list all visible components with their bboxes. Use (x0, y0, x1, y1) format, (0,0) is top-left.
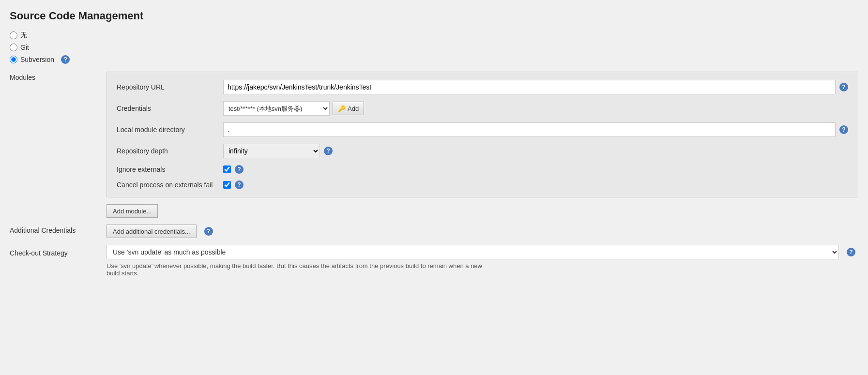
radio-label-none: 无 (20, 31, 27, 40)
ignore-externals-row: Ignore externals ? (117, 165, 848, 174)
cancel-process-label: Cancel process on externals fail (117, 181, 223, 189)
credentials-add-button[interactable]: 🔑 Add (333, 102, 364, 115)
radio-input-git[interactable] (10, 44, 17, 51)
cancel-process-row: Cancel process on externals fail ? (117, 180, 848, 189)
credentials-select[interactable]: test/****** (本地svn服务器) (223, 101, 330, 116)
add-additional-credentials-button[interactable]: Add additional credentials... (107, 225, 197, 238)
repo-depth-control: infinity immediates files empty ? (223, 144, 848, 158)
additional-credentials-section: Additional Credentials Add additional cr… (10, 225, 858, 238)
modules-box: Repository URL ? Credentials test/******… (107, 72, 858, 197)
ignore-externals-label: Ignore externals (117, 165, 223, 173)
radio-none[interactable]: 无 (10, 31, 858, 40)
subversion-help-icon[interactable]: ? (61, 55, 70, 64)
repo-depth-select[interactable]: infinity immediates files empty (223, 144, 320, 158)
ignore-externals-checkbox[interactable] (223, 165, 231, 173)
credentials-row: Credentials test/****** (本地svn服务器) 🔑 Add (117, 101, 848, 116)
page-title: Source Code Management (10, 10, 858, 22)
checkout-strategy-select[interactable]: Use 'svn update' as much as possible Alw… (107, 245, 839, 259)
local-module-dir-control: ? (223, 122, 848, 137)
modules-label: Modules (10, 72, 107, 81)
radio-input-none[interactable] (10, 31, 17, 39)
credentials-control: test/****** (本地svn服务器) 🔑 Add (223, 101, 848, 116)
local-module-dir-input[interactable] (223, 122, 836, 137)
repo-url-control: ? (223, 80, 848, 94)
cancel-process-checkbox[interactable] (223, 181, 231, 189)
repo-url-help-icon[interactable]: ? (839, 83, 848, 91)
radio-subversion[interactable]: Subversion ? (10, 55, 858, 64)
ignore-externals-help-icon[interactable]: ? (235, 165, 244, 174)
cancel-process-help-icon[interactable]: ? (235, 180, 244, 189)
credentials-label: Credentials (117, 105, 223, 112)
ignore-externals-control: ? (223, 165, 848, 174)
checkout-strategy-row: Check-out Strategy Use 'svn update' as m… (10, 245, 858, 259)
checkout-strategy-help-icon[interactable]: ? (847, 248, 855, 256)
local-module-dir-help-icon[interactable]: ? (839, 125, 848, 134)
repo-depth-help-icon[interactable]: ? (324, 147, 333, 155)
checkout-strategy-control: Use 'svn update' as much as possible Alw… (107, 245, 858, 259)
additional-credentials-content: Add additional credentials... ? (107, 225, 858, 238)
repo-url-input[interactable] (223, 80, 836, 94)
additional-credentials-label: Additional Credentials (10, 225, 107, 234)
repo-url-label: Repository URL (117, 83, 223, 91)
scm-radio-group: 无 Git Subversion ? (10, 31, 858, 64)
radio-label-subversion: Subversion (20, 56, 54, 63)
credentials-add-label: Add (348, 105, 359, 112)
radio-label-git: Git (20, 44, 29, 51)
repo-depth-row: Repository depth infinity immediates fil… (117, 144, 848, 158)
local-module-dir-label: Local module directory (117, 126, 223, 134)
modules-section: Modules Repository URL ? Credentials tes… (10, 72, 858, 218)
repo-depth-label: Repository depth (117, 147, 223, 155)
modules-content: Repository URL ? Credentials test/******… (107, 72, 858, 218)
cancel-process-control: ? (223, 180, 848, 189)
radio-git[interactable]: Git (10, 44, 858, 51)
checkout-strategy-description: Use 'svn update' whenever possible, maki… (10, 262, 494, 277)
credentials-select-wrap: test/****** (本地svn服务器) 🔑 Add (223, 101, 364, 116)
add-module-button[interactable]: Add module... (107, 204, 158, 218)
additional-credentials-help-icon[interactable]: ? (204, 227, 213, 236)
checkout-strategy-section: Check-out Strategy Use 'svn update' as m… (10, 245, 858, 277)
key-icon: 🔑 (338, 105, 346, 112)
radio-input-subversion[interactable] (10, 56, 17, 63)
repo-url-row: Repository URL ? (117, 80, 848, 94)
checkout-strategy-label: Check-out Strategy (10, 247, 107, 257)
local-module-dir-row: Local module directory ? (117, 122, 848, 137)
